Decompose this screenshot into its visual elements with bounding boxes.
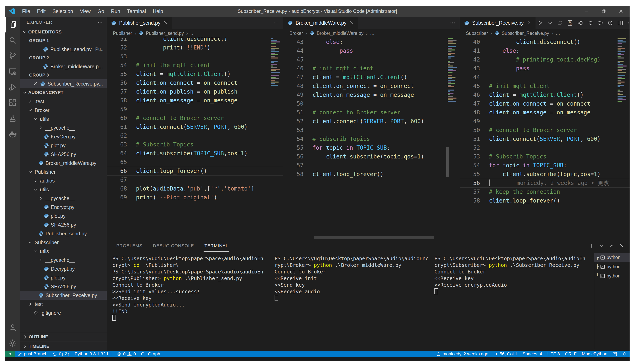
tree-item[interactable]: plot.py xyxy=(20,141,107,150)
code-line[interactable]: 58client.loop_forever() xyxy=(460,196,629,205)
step-dot-button[interactable] xyxy=(586,18,594,27)
code-line[interactable]: 52client.connect(SERVER, PORT, 600) xyxy=(283,117,460,126)
code-editor[interactable]: 43 else:44 pass4546# init mqtt client47c… xyxy=(283,38,460,240)
section-timeline[interactable]: TIMELINE xyxy=(20,342,107,351)
code-line[interactable]: 46# init mqtt client xyxy=(283,64,460,73)
menu-help[interactable]: Help xyxy=(149,6,166,17)
breadcrumb-item[interactable]: Subscriber xyxy=(466,31,488,36)
close-icon[interactable] xyxy=(33,81,38,86)
activity-bar-item-remote-explorer[interactable] xyxy=(5,64,20,79)
terminal-list-item[interactable]: ├python xyxy=(594,262,629,271)
code-line[interactable]: 43 else: xyxy=(283,38,460,46)
tree-item[interactable]: KeyGen.py xyxy=(20,132,107,141)
tree-item[interactable]: .gitignore xyxy=(20,308,107,317)
code-line[interactable]: 45 xyxy=(283,55,460,64)
code-line[interactable]: 58client.loop_forever() xyxy=(283,170,460,179)
code-line[interactable]: 58client.on_message = on_message xyxy=(107,96,283,105)
activity-bar-item-search[interactable] xyxy=(5,32,20,48)
open-editor-item[interactable]: Subscriber_Receive.py... xyxy=(20,79,107,88)
code-editor[interactable]: 40 client.disconnect()41 else:42 # print… xyxy=(460,38,629,240)
menu-file[interactable]: File xyxy=(19,6,34,17)
tree-item[interactable]: Encrypt.py xyxy=(20,203,107,212)
open-editors-header[interactable]: OPEN EDITORS xyxy=(20,28,107,36)
code-line[interactable]: 49 xyxy=(460,117,629,126)
step-forward-button[interactable] xyxy=(596,18,604,27)
sidebar-more-button[interactable] xyxy=(97,19,103,25)
menu-go[interactable]: Go xyxy=(94,6,108,17)
status-indentation[interactable]: Spaces: 4 xyxy=(520,351,545,357)
minimap[interactable] xyxy=(617,38,627,102)
code-line[interactable]: 54# init the mqtt client xyxy=(107,61,283,70)
code-line[interactable]: 40 client.disconnect() xyxy=(460,38,629,46)
open-editor-item[interactable]: Broker_middleWare.p... xyxy=(20,62,107,71)
code-line[interactable]: 56 client.subscribe(topic,qos=1) xyxy=(283,152,460,161)
status-git-branch[interactable]: pushBranch xyxy=(15,351,50,357)
close-icon[interactable] xyxy=(349,20,354,26)
code-line[interactable]: 56 monicedy, 2 weeks ago • 更改 xyxy=(460,179,629,188)
activity-bar-item-settings[interactable] xyxy=(5,335,20,351)
tree-item[interactable]: Subscriber_Receive.py xyxy=(20,291,107,300)
status-git-graph[interactable]: Git Graph xyxy=(138,351,163,357)
code-line[interactable]: 54for topic in TOPIC_SUB: xyxy=(460,161,629,170)
tree-item[interactable]: Broker_middleWare.py xyxy=(20,159,107,168)
terminal-picker-button[interactable] xyxy=(597,242,606,250)
status-remote[interactable] xyxy=(5,351,15,357)
code-line[interactable]: 61client.connect(SERVER, PORT, 600) xyxy=(107,122,283,132)
activity-bar-item-source-control[interactable] xyxy=(5,48,20,64)
tree-item[interactable]: __pycache__ xyxy=(20,124,107,132)
code-line[interactable]: 50 xyxy=(283,99,460,108)
code-line[interactable]: 52 xyxy=(460,144,629,152)
tree-item[interactable]: Broker xyxy=(20,106,107,114)
tree-item[interactable]: plot.py xyxy=(20,212,107,220)
tab-Broker_middleWare.py[interactable]: Broker_middleWare.py xyxy=(283,17,358,29)
breadcrumb-item[interactable]: Broker xyxy=(289,31,303,36)
breadcrumb-item[interactable]: Broker_middleWare.py xyxy=(317,31,363,36)
code-line[interactable]: 51 client.disconnect() xyxy=(107,38,283,43)
code-line[interactable]: 59 xyxy=(107,105,283,114)
code-line[interactable]: 45# init mqtt client xyxy=(460,82,629,90)
menu-run[interactable]: Run xyxy=(108,6,124,17)
more-button[interactable] xyxy=(626,18,629,27)
tree-item[interactable]: .test xyxy=(20,97,107,106)
minimap[interactable] xyxy=(447,38,457,102)
open-editor-item[interactable]: Publisher_send.pyPu... xyxy=(20,45,107,54)
minimize-button[interactable] xyxy=(578,6,595,17)
activity-bar-item-accounts[interactable] xyxy=(5,320,20,335)
code-line[interactable]: 51client.connect(SERVER, PORT, 600) xyxy=(460,134,629,144)
close-button[interactable] xyxy=(612,6,629,17)
tree-item[interactable]: test xyxy=(20,300,107,308)
split-editor-button[interactable] xyxy=(616,18,624,27)
binary-file-button[interactable]: 0110 xyxy=(566,18,574,27)
code-editor[interactable]: 51 client.disconnect()52 print('!!END')5… xyxy=(107,38,283,240)
code-line[interactable]: 53 xyxy=(107,52,283,61)
code-line[interactable]: 57# keep the connection xyxy=(460,188,629,196)
code-line[interactable]: 69print('--Plot original') xyxy=(107,193,283,202)
breadcrumb-item[interactable]: … xyxy=(556,31,560,36)
code-line[interactable]: 62 xyxy=(107,132,283,140)
minimap[interactable] xyxy=(270,38,281,86)
code-line[interactable]: 54# Subscrib Topics xyxy=(283,134,460,144)
new-terminal-button[interactable] xyxy=(587,242,596,250)
activity-bar-item-run-and-debug[interactable] xyxy=(5,79,20,95)
status-python-interpreter[interactable]: Python 3.8.1 32-bit xyxy=(72,351,114,357)
code-line[interactable]: 42 # print(msg.topic,decMsg) xyxy=(460,55,629,64)
status-feedback[interactable] xyxy=(610,351,620,357)
activity-bar-item-docker[interactable] xyxy=(5,126,20,142)
tree-item[interactable]: Publisher xyxy=(20,168,107,176)
code-line[interactable]: 64client.subscribe(TOPIC_SUB,qos=1) xyxy=(107,149,283,158)
code-line[interactable]: 48client.on_connect = on_connect xyxy=(283,82,460,90)
status-language-mode[interactable]: MagicPython xyxy=(579,351,610,357)
code-line[interactable]: 53# Subscrib Topics xyxy=(460,152,629,161)
code-line[interactable]: 47client = mqttClient.Client() xyxy=(283,73,460,82)
activity-bar-item-testing[interactable] xyxy=(5,110,20,126)
code-line[interactable]: 48client.on_message = on_message xyxy=(460,108,629,117)
status-sync-changes[interactable]: 0↓ 2↑ xyxy=(50,351,72,357)
tree-item[interactable]: utils xyxy=(20,185,107,194)
tree-item[interactable]: Subscriber xyxy=(20,238,107,247)
code-line[interactable]: 55client = mqttClient.Client() xyxy=(107,70,283,78)
tree-item[interactable]: SHA256.py xyxy=(20,150,107,159)
status-eol[interactable]: CRLF xyxy=(562,351,579,357)
status-git-blame[interactable]: monicedy, 2 weeks ago xyxy=(434,351,491,357)
breadcrumb-item[interactable]: Publisher_send.py xyxy=(146,31,184,36)
code-line[interactable]: 49client.on_message = on_message xyxy=(283,90,460,99)
